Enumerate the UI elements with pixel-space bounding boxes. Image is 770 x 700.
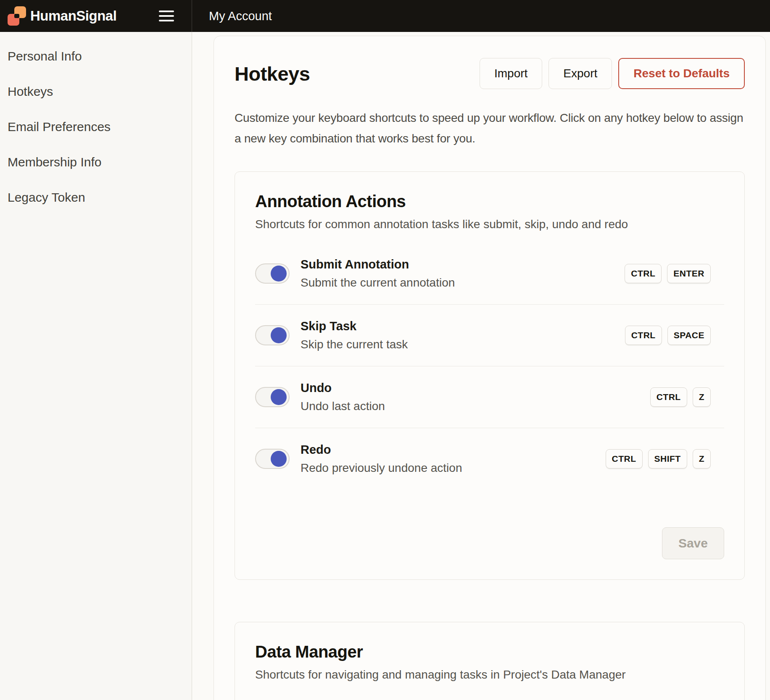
hamburger-icon[interactable] bbox=[159, 9, 174, 23]
keycap-ctrl[interactable]: CTRL bbox=[650, 387, 687, 407]
toggle-undo[interactable] bbox=[255, 387, 290, 407]
brand-name: HumanSignal bbox=[30, 8, 116, 24]
toggle-knob bbox=[271, 327, 287, 343]
keycap-space[interactable]: SPACE bbox=[667, 326, 711, 345]
section-subtitle: Shortcuts for navigating and managing ta… bbox=[255, 668, 724, 682]
sidebar-item-membership-info[interactable]: Membership Info bbox=[0, 145, 192, 180]
toggle-skip-task[interactable] bbox=[255, 325, 290, 345]
hotkey-title: Skip Task bbox=[301, 319, 614, 333]
section-subtitle: Shortcuts for common annotation tasks li… bbox=[255, 218, 724, 231]
hotkeys-card: Hotkeys Import Export Reset to Defaults … bbox=[214, 36, 766, 700]
keycap-shift[interactable]: SHIFT bbox=[648, 449, 687, 468]
hotkey-keys: CTRLSHIFTZ bbox=[606, 449, 711, 468]
hotkey-row-redo: Redo Redo previously undone action CTRLS… bbox=[255, 428, 724, 489]
main-content: Hotkeys Import Export Reset to Defaults … bbox=[192, 32, 770, 700]
toggle-knob bbox=[271, 266, 287, 282]
section-title: Data Manager bbox=[255, 642, 724, 661]
hotkey-keys: CTRLSPACE bbox=[625, 326, 711, 345]
hotkey-description: Skip the current task bbox=[301, 338, 614, 351]
hotkey-description: Submit the current annotation bbox=[301, 276, 614, 289]
sidebar-item-label: Email Preferences bbox=[8, 120, 111, 134]
hotkey-keys: CTRLENTER bbox=[625, 264, 711, 283]
hotkey-row-submit-annotation: Submit Annotation Submit the current ann… bbox=[255, 243, 724, 304]
import-button[interactable]: Import bbox=[480, 58, 542, 89]
keycap-ctrl[interactable]: CTRL bbox=[625, 264, 662, 283]
sidebar-item-label: Hotkeys bbox=[8, 84, 53, 99]
brand-logo[interactable]: HumanSignal bbox=[8, 6, 116, 26]
keycap-enter[interactable]: ENTER bbox=[667, 264, 711, 283]
humansignal-logo-icon bbox=[8, 6, 26, 26]
hotkey-row-undo: Undo Undo last action CTRLZ bbox=[255, 366, 724, 428]
sidebar-item-label: Personal Info bbox=[8, 49, 82, 63]
hotkey-keys: CTRLZ bbox=[650, 387, 711, 407]
section-title: Annotation Actions bbox=[255, 192, 724, 211]
toggle-knob bbox=[271, 389, 287, 405]
sidebar-item-personal-info[interactable]: Personal Info bbox=[0, 39, 192, 74]
keycap-z[interactable]: Z bbox=[693, 387, 711, 407]
section-card-data-manager: Data Manager Shortcuts for navigating an… bbox=[235, 622, 745, 700]
page-title: My Account bbox=[192, 0, 770, 32]
sidebar-item-legacy-token[interactable]: Legacy Token bbox=[0, 180, 192, 215]
keycap-ctrl[interactable]: CTRL bbox=[625, 326, 662, 345]
hotkey-title: Submit Annotation bbox=[301, 258, 614, 271]
reset-to-defaults-button[interactable]: Reset to Defaults bbox=[618, 58, 745, 89]
section-card-annotation-actions: Annotation Actions Shortcuts for common … bbox=[235, 171, 745, 580]
sidebar-item-label: Legacy Token bbox=[8, 190, 85, 205]
hotkey-description: Undo last action bbox=[301, 400, 639, 413]
toggle-submit-annotation[interactable] bbox=[255, 263, 290, 284]
keycap-ctrl[interactable]: CTRL bbox=[606, 449, 643, 468]
hotkey-title: Undo bbox=[301, 381, 639, 395]
hotkey-title: Redo bbox=[301, 443, 595, 457]
hotkeys-heading: Hotkeys bbox=[235, 62, 310, 85]
toggle-redo[interactable] bbox=[255, 449, 290, 469]
sidebar-item-hotkeys[interactable]: Hotkeys bbox=[0, 74, 192, 109]
sidebar-item-email-preferences[interactable]: Email Preferences bbox=[0, 109, 192, 145]
topbar-brand-section: HumanSignal bbox=[0, 0, 192, 32]
toggle-knob bbox=[271, 451, 287, 467]
hotkey-description: Redo previously undone action bbox=[301, 461, 595, 475]
sidebar: Personal Info Hotkeys Email Preferences … bbox=[0, 32, 192, 700]
keycap-z[interactable]: Z bbox=[693, 449, 711, 468]
save-button[interactable]: Save bbox=[662, 527, 724, 559]
hotkeys-description: Customize your keyboard shortcuts to spe… bbox=[235, 108, 745, 149]
topbar: HumanSignal My Account bbox=[0, 0, 770, 32]
export-button[interactable]: Export bbox=[548, 58, 612, 89]
sidebar-item-label: Membership Info bbox=[8, 155, 101, 169]
hotkey-row-skip-task: Skip Task Skip the current task CTRLSPAC… bbox=[255, 304, 724, 366]
